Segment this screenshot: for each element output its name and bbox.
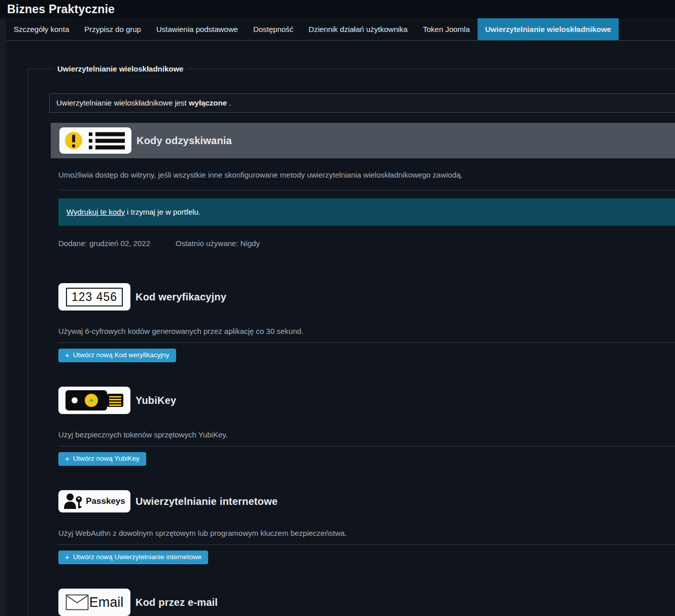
passkeys-icon-label: Passkeys bbox=[86, 496, 125, 506]
yubikey-actions: + Utwórz nową YubiKey bbox=[58, 452, 675, 466]
recovery-codes-title: Kody odzyskiwania bbox=[137, 135, 232, 147]
mfa-legend: Uwierzytelnianie wieloskładnikowe bbox=[53, 64, 187, 73]
mfa-fieldset: Uwierzytelnianie wieloskładnikowe Uwierz… bbox=[28, 64, 675, 616]
last-used-label: Ostatnio używane: Nigdy bbox=[176, 239, 260, 248]
main-content: Uwierzytelnianie wieloskładnikowe Uwierz… bbox=[6, 41, 675, 616]
topbar: Biznes Praktycznie bbox=[0, 0, 675, 18]
webauthn-row: Passkeys Uwierzytelnianie internetowe bbox=[58, 490, 675, 512]
method-recovery-codes: Kody odzyskiwania Umożliwia dostęp do wi… bbox=[28, 123, 675, 248]
create-webauthn-label: Utwórz nową Uwierzytelnianie internetowe bbox=[73, 553, 202, 561]
tab-account-details[interactable]: Szczegóły konta bbox=[6, 18, 77, 40]
print-codes-text: i trzymaj je w portfelu. bbox=[125, 208, 200, 216]
create-verification-code-button[interactable]: + Utwórz nową Kod weryfikacyjny bbox=[58, 349, 176, 362]
tab-basic-settings[interactable]: Ustawienia podstawowe bbox=[149, 18, 246, 40]
recovery-codes-icon bbox=[59, 127, 131, 154]
alert-text-suffix: . bbox=[227, 98, 231, 107]
method-webauthn: Passkeys Uwierzytelnianie internetowe Uż… bbox=[28, 490, 675, 564]
email-code-row: Email Kod przez e-mail bbox=[58, 589, 675, 616]
email-code-title: Kod przez e-mail bbox=[136, 597, 218, 608]
tab-multifactor-auth[interactable]: Uwierzytelnianie wieloskładnikowe bbox=[478, 18, 619, 40]
yubikey-title: YubiKey bbox=[136, 395, 176, 406]
print-codes-link[interactable]: Wydrukuj te kody bbox=[66, 208, 125, 216]
method-verification-code: 123 456 Kod weryfikacyjny Używaj 6-cyfro… bbox=[28, 283, 675, 362]
yubikey-icon bbox=[63, 388, 125, 413]
webauthn-description: Użyj WebAuthn z dowolnym sprzętowym lub … bbox=[58, 528, 675, 539]
tab-bar: Szczegóły konta Przypisz do grup Ustawie… bbox=[6, 18, 675, 41]
plus-icon: + bbox=[65, 554, 70, 561]
yubikey-description: Użyj bezpiecznych tokenów sprzętowych Yu… bbox=[58, 429, 675, 440]
verification-code-row: 123 456 Kod weryfikacyjny bbox=[58, 283, 675, 311]
divider bbox=[58, 446, 675, 447]
recovery-codes-header: Kody odzyskiwania bbox=[51, 123, 675, 158]
divider bbox=[58, 343, 675, 343]
email-icon-label: Email bbox=[89, 595, 124, 610]
envelope-icon bbox=[65, 594, 89, 610]
totp-code-icon: 123 456 bbox=[66, 288, 123, 306]
alert-status-word: wyłączone bbox=[189, 98, 227, 107]
mfa-status-alert: Uwierzytelnianie wieloskładnikowe jest w… bbox=[49, 93, 675, 113]
method-yubikey: YubiKey Użyj bezpiecznych tokenów sprzęt… bbox=[28, 387, 675, 466]
recovery-codes-meta: Dodane: grudzień 02, 2022 Ostatnio używa… bbox=[58, 239, 675, 248]
added-date-label: Dodane: grudzień 02, 2022 bbox=[58, 239, 150, 248]
divider bbox=[58, 544, 675, 545]
tab-assigned-groups[interactable]: Przypisz do grup bbox=[77, 18, 149, 40]
webauthn-icon-box: Passkeys bbox=[58, 490, 130, 512]
yubikey-row: YubiKey bbox=[58, 387, 675, 414]
plus-icon: + bbox=[65, 352, 70, 359]
passkey-person-icon bbox=[63, 493, 83, 510]
warning-list-icon bbox=[63, 129, 127, 152]
create-verification-code-label: Utwórz nową Kod weryfikacyjny bbox=[73, 351, 170, 359]
print-codes-info-panel: Wydrukuj te kody i trzymaj je w portfelu… bbox=[58, 198, 675, 226]
tab-accessibility[interactable]: Dostępność bbox=[246, 18, 301, 40]
create-yubikey-label: Utwórz nową YubiKey bbox=[73, 455, 140, 463]
yubikey-icon-box bbox=[58, 387, 130, 414]
verification-code-description: Używaj 6-cyfrowych kodów generowanych pr… bbox=[58, 326, 675, 337]
page-title: Biznes Praktycznie bbox=[7, 3, 115, 16]
create-yubikey-button[interactable]: + Utwórz nową YubiKey bbox=[58, 452, 146, 466]
tab-user-action-log[interactable]: Dziennik działań użytkownika bbox=[301, 18, 415, 40]
tab-joomla-token[interactable]: Token Joomla bbox=[415, 18, 478, 40]
divider bbox=[58, 190, 675, 190]
method-email-code: Email Kod przez e-mail bbox=[28, 589, 675, 616]
create-webauthn-button[interactable]: + Utwórz nową Uwierzytelnianie interneto… bbox=[58, 551, 208, 564]
alert-text-prefix: Uwierzytelnianie wieloskładnikowe jest bbox=[56, 98, 189, 107]
webauthn-title: Uwierzytelnianie internetowe bbox=[136, 496, 278, 507]
email-icon-box: Email bbox=[58, 589, 130, 616]
verification-code-actions: + Utwórz nową Kod weryfikacyjny bbox=[58, 349, 675, 362]
verification-code-icon: 123 456 bbox=[58, 283, 130, 311]
verification-code-title: Kod weryfikacyjny bbox=[136, 291, 226, 303]
plus-icon: + bbox=[65, 455, 70, 462]
recovery-codes-description: Umożliwia dostęp do witryny, jeśli wszys… bbox=[58, 169, 675, 181]
webauthn-actions: + Utwórz nową Uwierzytelnianie interneto… bbox=[58, 551, 675, 564]
